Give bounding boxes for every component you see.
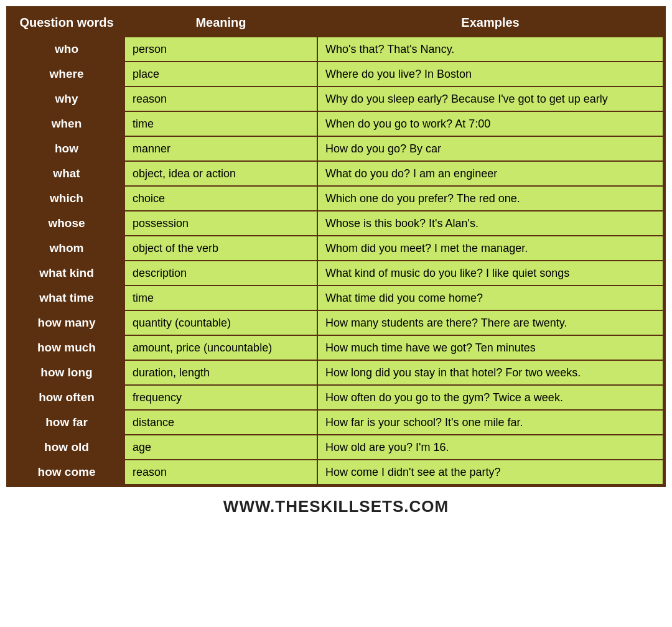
example-cell: How much time have we got? Ten minutes	[317, 335, 663, 360]
question-word-cell: whose	[9, 211, 124, 236]
table-row: what kinddescriptionWhat kind of music d…	[9, 261, 663, 286]
question-word-cell: how often	[9, 385, 124, 410]
question-word-cell: why	[9, 86, 124, 111]
col-header-question-words: Question words	[9, 9, 124, 37]
question-word-cell: how come	[9, 460, 124, 485]
example-cell: When do you go to work? At 7:00	[317, 111, 663, 136]
example-cell: Where do you live? In Boston	[317, 62, 663, 86]
question-word-cell: how far	[9, 410, 124, 435]
table-row: whatobject, idea or actionWhat do you do…	[9, 161, 663, 186]
meaning-cell: description	[124, 261, 317, 286]
example-cell: How come I didn't see at the party?	[317, 460, 663, 485]
question-word-cell: how old	[9, 435, 124, 460]
example-cell: How long did you stay in that hotel? For…	[317, 360, 663, 385]
table-row: howmannerHow do you go? By car	[9, 136, 663, 161]
table-row: how longduration, lengthHow long did you…	[9, 360, 663, 385]
example-cell: How do you go? By car	[317, 136, 663, 161]
meaning-cell: place	[124, 62, 317, 86]
table-row: how oldageHow old are you? I'm 16.	[9, 435, 663, 460]
table-row: whosepossessionWhose is this book? It's …	[9, 211, 663, 236]
meaning-cell: frequency	[124, 385, 317, 410]
meaning-cell: distance	[124, 410, 317, 435]
question-word-cell: when	[9, 111, 124, 136]
table-row: whichchoiceWhich one do you prefer? The …	[9, 186, 663, 211]
example-cell: Whose is this book? It's Alan's.	[317, 211, 663, 236]
example-cell: What do you do? I am an engineer	[317, 161, 663, 186]
table-row: how muchamount, price (uncountable)How m…	[9, 335, 663, 360]
example-cell: What time did you come home?	[317, 286, 663, 310]
table-row: what timetimeWhat time did you come home…	[9, 286, 663, 310]
example-cell: Who's that? That's Nancy.	[317, 37, 663, 62]
meaning-cell: object, idea or action	[124, 161, 317, 186]
meaning-cell: age	[124, 435, 317, 460]
col-header-meaning: Meaning	[124, 9, 317, 37]
meaning-cell: manner	[124, 136, 317, 161]
meaning-cell: possession	[124, 211, 317, 236]
example-cell: How often do you go to the gym? Twice a …	[317, 385, 663, 410]
col-header-examples: Examples	[317, 9, 663, 37]
meaning-cell: choice	[124, 186, 317, 211]
question-word-cell: how long	[9, 360, 124, 385]
meaning-cell: quantity (countable)	[124, 310, 317, 335]
meaning-cell: person	[124, 37, 317, 62]
table-row: how fardistanceHow far is your school? I…	[9, 410, 663, 435]
table-row: whereplaceWhere do you live? In Boston	[9, 62, 663, 86]
question-word-cell: who	[9, 37, 124, 62]
meaning-cell: time	[124, 286, 317, 310]
meaning-cell: time	[124, 111, 317, 136]
example-cell: Whom did you meet? I met the manager.	[317, 236, 663, 261]
meaning-cell: reason	[124, 86, 317, 111]
table-row: how manyquantity (countable)How many stu…	[9, 310, 663, 335]
example-cell: What kind of music do you like? I like q…	[317, 261, 663, 286]
question-word-cell: which	[9, 186, 124, 211]
example-cell: How many students are there? There are t…	[317, 310, 663, 335]
example-cell: How far is your school? It's one mile fa…	[317, 410, 663, 435]
example-cell: How old are you? I'm 16.	[317, 435, 663, 460]
meaning-cell: duration, length	[124, 360, 317, 385]
table-row: whomobject of the verbWhom did you meet?…	[9, 236, 663, 261]
table-row: whentimeWhen do you go to work? At 7:00	[9, 111, 663, 136]
meaning-cell: object of the verb	[124, 236, 317, 261]
question-word-cell: where	[9, 62, 124, 86]
question-word-cell: how	[9, 136, 124, 161]
question-word-cell: what time	[9, 286, 124, 310]
table-row: how comereasonHow come I didn't see at t…	[9, 460, 663, 485]
meaning-cell: amount, price (uncountable)	[124, 335, 317, 360]
table-row: how oftenfrequencyHow often do you go to…	[9, 385, 663, 410]
meaning-cell: reason	[124, 460, 317, 485]
question-word-cell: how many	[9, 310, 124, 335]
example-cell: Which one do you prefer? The red one.	[317, 186, 663, 211]
table-row: whyreasonWhy do you sleep early? Because…	[9, 86, 663, 111]
question-word-cell: whom	[9, 236, 124, 261]
table-row: whopersonWho's that? That's Nancy.	[9, 37, 663, 62]
question-word-cell: what	[9, 161, 124, 186]
question-words-table: Question words Meaning Examples whoperso…	[6, 6, 666, 487]
question-word-cell: how much	[9, 335, 124, 360]
footer-website: WWW.THESKILLSETS.COM	[223, 497, 449, 522]
example-cell: Why do you sleep early? Because I've got…	[317, 86, 663, 111]
question-word-cell: what kind	[9, 261, 124, 286]
